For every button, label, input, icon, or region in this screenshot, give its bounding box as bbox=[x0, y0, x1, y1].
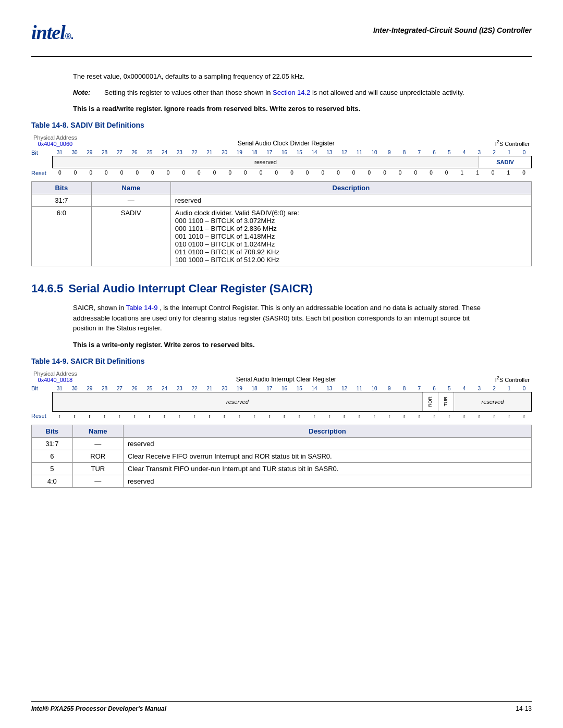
table-row: 6 ROR Clear Receive FIFO overrun Interru… bbox=[32, 450, 532, 462]
table-row: 31:7 — reserved bbox=[32, 194, 532, 207]
saicr-bit-numbers: Bit 313029 282726 252423 222120 191817 1… bbox=[31, 385, 532, 392]
page-footer: Intel® PXA255 Processor Developer's Manu… bbox=[31, 701, 532, 712]
section-link[interactable]: Section 14.2 bbox=[273, 89, 310, 96]
section-heading-1465: 14.6.5Serial Audio Interrupt Clear Regis… bbox=[31, 282, 532, 295]
sadiv-block: Table 14-8. SADIV Bit Definitions Physic… bbox=[31, 121, 532, 266]
tur-cell: TUR bbox=[444, 397, 448, 406]
table-row: 4:0 — reserved bbox=[32, 475, 532, 487]
sadiv-right-label: I2S Controller bbox=[495, 139, 530, 147]
saicr-description: SAICR, shown in Table 14-9 , is the Inte… bbox=[73, 303, 490, 334]
sadiv-reset-row: Reset 000 000 000 000 000 000 000 000 00… bbox=[31, 169, 532, 176]
header-title: Inter-Integrated-Circuit Sound (I2S) Con… bbox=[373, 26, 532, 34]
intro-paragraph: The reset value, 0x0000001A, defaults to… bbox=[73, 72, 490, 80]
page-header: intel®. Inter-Integrated-Circuit Sound (… bbox=[31, 21, 532, 57]
ror-cell: ROR bbox=[428, 397, 433, 407]
sadiv-bit-numbers: Bit 313029 282726 252423 222120 191817 1… bbox=[31, 149, 532, 156]
sadiv-center-label: Serial Audio Clock Divider Register bbox=[238, 140, 335, 147]
table-14-9-link[interactable]: Table 14-9 bbox=[126, 304, 158, 312]
intel-logo: intel®. bbox=[31, 21, 74, 51]
table-row: 31:7 — reserved bbox=[32, 437, 532, 450]
col-name: Name bbox=[91, 182, 170, 194]
footer-left: Intel® PXA255 Processor Developer's Manu… bbox=[31, 705, 166, 712]
sadiv-def-table: Bits Name Description 31:7 — reserved 6:… bbox=[31, 181, 532, 266]
table-row: 5 TUR Clear Transmit FIFO under-run Inte… bbox=[32, 462, 532, 475]
col-bits: Bits bbox=[32, 182, 92, 194]
note-label: Note: bbox=[73, 89, 104, 96]
rw-notice: This is a read/write register. Ignore re… bbox=[73, 105, 490, 113]
sadiv-phys-addr: Physical Address 0x4040_0060 bbox=[33, 134, 77, 147]
saicr-right-label: I2S Controller bbox=[495, 375, 530, 383]
note-block: Note: Setting this register to values ot… bbox=[73, 89, 490, 96]
saicr-block: Table 14-9. SAICR Bit Definitions Physic… bbox=[31, 357, 532, 488]
saicr-center-label: Serial Audio Interrupt Clear Register bbox=[236, 376, 336, 383]
note-text: Setting this register to values other th… bbox=[104, 89, 490, 96]
col-desc: Description bbox=[170, 182, 531, 194]
wo-notice: This is a write-only register. Write zer… bbox=[73, 341, 490, 349]
saicr-def-table: Bits Name Description 31:7 — reserved 6 … bbox=[31, 425, 532, 488]
col-desc: Description bbox=[124, 425, 532, 437]
saicr-reset-row: Reset rrr rrr rrr rrr rrr rrr rrr rrr rr… bbox=[31, 413, 532, 419]
table-row: 6:0 SADIV Audio clock divider. Valid SAD… bbox=[32, 207, 532, 266]
footer-right: 14-13 bbox=[516, 705, 532, 712]
sadiv-table-title: Table 14-8. SADIV Bit Definitions bbox=[31, 121, 532, 129]
col-name: Name bbox=[72, 425, 123, 437]
saicr-phys-addr: Physical Address 0x4040_0018 bbox=[33, 371, 77, 383]
saicr-table-title: Table 14-9. SAICR Bit Definitions bbox=[31, 357, 532, 365]
col-bits: Bits bbox=[32, 425, 73, 437]
